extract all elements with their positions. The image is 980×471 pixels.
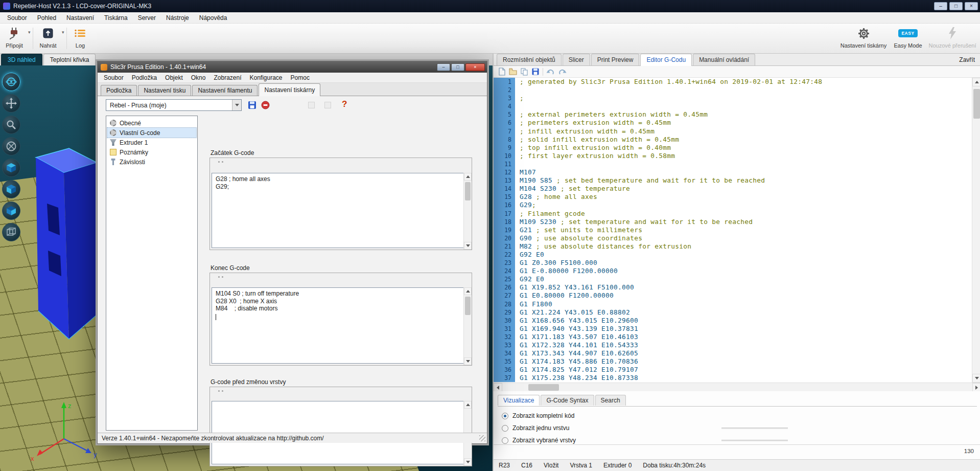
close-panel-link[interactable]: Zavřít [959, 56, 975, 63]
gcode-line[interactable]: 7; infill extrusion width = 0.45mm [494, 127, 971, 136]
gcode-line[interactable]: 8; solid infill extrusion width = 0.45mm [494, 136, 971, 144]
gcode-line[interactable]: 6; perimeters extrusion width = 0.45mm [494, 119, 971, 127]
gcode-line[interactable]: 16G29; [494, 201, 971, 209]
gcode-line[interactable]: 18M109 S230 ; set temperature and wait f… [494, 218, 971, 226]
layer-slider[interactable] [721, 440, 788, 441]
tab-nastaven-tisku[interactable]: Nastavení tisku [138, 85, 191, 96]
iso-view-cube-button[interactable] [2, 159, 20, 177]
gcode-line[interactable]: 23G1 Z0.300 F5100.000 [494, 259, 971, 267]
menu-item-pohled[interactable]: Pohled [32, 13, 61, 23]
gcode-line[interactable]: 22G92 E0 [494, 251, 971, 259]
radio-option-zobrazit-kompletn-k-d[interactable]: Zobrazit kompletní kód [502, 410, 819, 422]
slicer-titlebar[interactable]: Slic3r Prusa Edition - 1.40.1+win64 – □ … [98, 61, 487, 73]
upload-button[interactable]: Nahrát [35, 26, 61, 49]
gcode-line[interactable]: 15G28 ; home all axes [494, 193, 971, 201]
tree-item-z-vislosti[interactable]: Závislosti [107, 157, 196, 167]
tree-item-pozn-mky[interactable]: Poznámky [107, 147, 196, 157]
gcode-line[interactable]: 3; [494, 94, 971, 102]
gcode-line[interactable]: 14M104 S230 ; set temperature [494, 185, 971, 193]
gcode-line[interactable]: 9; top infill extrusion width = 0.40mm [494, 144, 971, 152]
menu-item-pomoc[interactable]: Pomoc [287, 73, 314, 82]
delete-preset-icon[interactable] [261, 101, 270, 109]
tree-item-vlastn-g-code[interactable]: Vlastní G-code [107, 128, 196, 138]
tab-manu-ln-ovl-d-n[interactable]: Manuální ovládání [693, 54, 755, 65]
slicer-minimize-button[interactable]: – [437, 63, 450, 71]
close-button[interactable]: × [965, 2, 978, 10]
section-view-button[interactable] [2, 137, 20, 155]
tab-vizualizace[interactable]: Vizualizace [498, 395, 540, 406]
splitter-grip[interactable] [218, 276, 223, 278]
menu-item-nastaven[interactable]: Nastavení [61, 13, 99, 23]
rotate-view-button[interactable] [2, 73, 20, 91]
scroll-left-button[interactable] [494, 383, 502, 392]
textarea-scrollbar[interactable] [463, 287, 472, 365]
tab-nastaven-filamentu[interactable]: Nastavení filamentu [192, 85, 258, 96]
gcode-line[interactable]: 26G1 X19.852 Y43.161 F5100.000 [494, 283, 971, 291]
textarea-scrollbar[interactable] [463, 173, 472, 250]
scroll-right-button[interactable] [972, 383, 980, 392]
gcode-line[interactable]: 35G1 X174.183 Y45.886 E10.70836 [494, 357, 971, 366]
menu-item-konfigurace[interactable]: Konfigurace [245, 73, 286, 82]
gcode-horizontal-scrollbar[interactable] [494, 383, 980, 391]
gcode-line[interactable]: 37G1 X175.238 Y48.234 E10.87338 [494, 374, 971, 382]
radio-button[interactable] [502, 437, 508, 444]
gcode-line[interactable]: 25G92 E0 [494, 275, 971, 283]
print-object[interactable] [20, 142, 110, 347]
redo-icon[interactable] [558, 68, 567, 76]
save-preset-icon[interactable] [248, 101, 256, 109]
gcode-line[interactable]: 13M190 S85 ; set bed temperature and wai… [494, 176, 971, 185]
tree-item-extruder-1[interactable]: Extruder 1 [107, 138, 196, 147]
gcode-line[interactable]: 21M82 ; use absolute distances for extru… [494, 242, 971, 251]
undo-icon[interactable] [546, 68, 555, 76]
gcode-line[interactable]: 10; first layer extrusion width = 0.58mm [494, 152, 971, 160]
hscroll-thumb[interactable] [528, 384, 559, 391]
radio-button[interactable] [502, 413, 508, 419]
gcode-line[interactable]: 36G1 X174.825 Y47.012 E10.79107 [494, 366, 971, 374]
end-gcode-textarea[interactable]: M104 S0 ; turn off temperature G28 X0 ; … [212, 287, 470, 364]
minimize-button[interactable]: – [934, 2, 947, 10]
gcode-line[interactable]: 12M107 [494, 168, 971, 176]
gcode-vertical-scrollbar[interactable] [972, 78, 980, 383]
tab-print-preview[interactable]: Print Preview [591, 54, 640, 65]
layer-slider[interactable] [721, 428, 788, 429]
resize-grip[interactable] [479, 435, 485, 441]
front-view-cube-button[interactable] [2, 180, 20, 198]
open-file-icon[interactable] [509, 68, 517, 76]
gcode-line[interactable]: 32G1 X171.183 Y43.507 E10.46103 [494, 333, 971, 341]
tab-slicer[interactable]: Slicer [563, 54, 590, 65]
menu-item-server[interactable]: Server [133, 13, 161, 23]
easy-mode-button[interactable]: EASY Easy Mode [890, 26, 926, 49]
tab-search[interactable]: Search [595, 395, 626, 406]
save-icon[interactable] [531, 68, 540, 76]
gcode-line[interactable]: 11 [494, 160, 971, 168]
menu-item-n-stroje[interactable]: Nástroje [161, 13, 194, 23]
tab-nastaven-tisk-rny[interactable]: Nastavení tiskárny [259, 83, 320, 96]
splitter-grip[interactable] [218, 390, 223, 392]
menu-item-tisk-rna[interactable]: Tiskárna [99, 13, 133, 23]
gcode-line[interactable]: 33G1 X172.328 Y44.101 E10.54333 [494, 341, 971, 349]
gcode-line[interactable]: 5; external perimeters extrusion width =… [494, 110, 971, 119]
gcode-line[interactable]: 17; Filament gcode [494, 210, 971, 218]
menu-item-objekt[interactable]: Objekt [161, 73, 187, 82]
tab-editor-g-codu[interactable]: Editor G-Codu [640, 54, 692, 66]
scroll-down-button[interactable] [972, 374, 980, 383]
gcode-line[interactable]: 27G1 E0.80000 F1200.00000 [494, 291, 971, 300]
vscroll-thumb[interactable] [973, 89, 980, 119]
gcode-line[interactable]: 31G1 X169.940 Y43.139 E10.37831 [494, 325, 971, 333]
slicer-window[interactable]: Slic3r Prusa Edition - 1.40.1+win64 – □ … [97, 61, 487, 444]
tab-podlo-ka[interactable]: Podložka [101, 85, 137, 96]
menu-item-soubor[interactable]: Soubor [2, 13, 32, 23]
tree-item-obecn[interactable]: Obecné [107, 118, 196, 128]
move-view-button[interactable] [2, 94, 20, 113]
emergency-stop-button[interactable]: Nouzové přerušení [927, 26, 978, 49]
slicer-close-button[interactable]: × [465, 63, 485, 71]
wireframe-cube-button[interactable] [2, 223, 20, 241]
side-view-cube-button[interactable] [2, 201, 20, 220]
gcode-line[interactable]: 30G1 X168.656 Y43.015 E10.29600 [494, 317, 971, 325]
tab-teplotn-k-ivka[interactable]: Teplotní křivka [43, 54, 96, 65]
scroll-up-button[interactable] [972, 78, 980, 86]
printer-preset-combobox[interactable]: Rebel - Prusa (moje) [106, 99, 242, 111]
gcode-line[interactable]: 28G1 F1800 [494, 300, 971, 308]
zoom-button[interactable] [2, 116, 20, 134]
new-file-icon[interactable] [498, 68, 506, 76]
